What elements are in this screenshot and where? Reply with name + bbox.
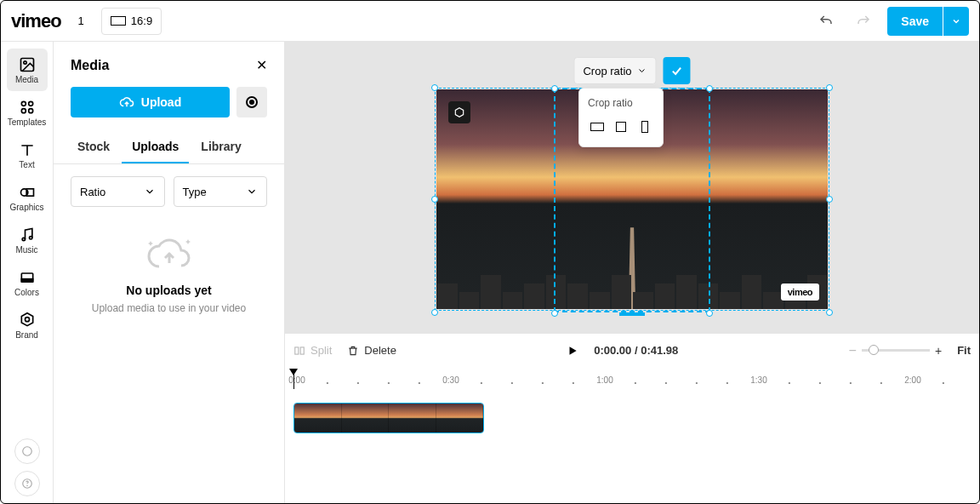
type-select[interactable]: Type xyxy=(174,176,268,207)
zoom-in-icon[interactable]: + xyxy=(935,344,942,358)
svg-rect-17 xyxy=(300,346,304,353)
zoom-thumb[interactable] xyxy=(869,345,879,355)
rail-text[interactable]: Text xyxy=(7,134,48,176)
resize-handle[interactable] xyxy=(431,309,438,316)
timeline-track[interactable] xyxy=(285,389,979,447)
rail-footer-button-1[interactable] xyxy=(14,438,40,464)
timeline-ruler[interactable]: 0:00 0:30 1:00 1:30 2:00 •••• •••• •••• … xyxy=(285,367,979,389)
top-bar-right: Save xyxy=(812,7,969,36)
rail-music-label: Music xyxy=(15,245,37,255)
rail-templates[interactable]: Templates xyxy=(7,91,48,134)
aspect-ratio-chip[interactable]: 16:9 xyxy=(101,8,162,35)
svg-point-15 xyxy=(26,485,27,486)
rail-media-label: Media xyxy=(15,75,38,84)
empty-title: No uploads yet xyxy=(126,284,211,297)
crop-option-landscape[interactable] xyxy=(588,116,607,138)
timecode: 0:00.00 / 0:41.98 xyxy=(594,344,678,357)
svg-point-2 xyxy=(21,101,26,106)
rail-music[interactable]: Music xyxy=(7,219,48,261)
tab-stock[interactable]: Stock xyxy=(67,131,120,163)
rail-brand-label: Brand xyxy=(15,330,38,340)
trash-icon xyxy=(347,345,359,357)
square-icon xyxy=(616,122,626,132)
timeline-clip[interactable] xyxy=(293,403,484,433)
media-panel: Media ✕ Upload Stock Uploads Library Rat… xyxy=(54,42,285,503)
panel-title: Media xyxy=(71,58,109,73)
ruler-tick: 1:30 xyxy=(750,375,766,385)
main-area: Media Templates Text Graphics Music Colo… xyxy=(1,42,979,503)
portrait-icon xyxy=(641,121,648,133)
confirm-crop-button[interactable] xyxy=(664,57,691,84)
delete-label: Delete xyxy=(364,344,396,357)
crop-popover-title: Crop ratio xyxy=(588,97,654,109)
rail-templates-label: Templates xyxy=(8,117,47,127)
rail-brand[interactable]: Brand xyxy=(7,304,48,346)
resize-handle[interactable] xyxy=(826,196,833,203)
crop-handle[interactable] xyxy=(706,310,713,317)
vimeo-logo: vimeo xyxy=(11,10,61,32)
resize-handle[interactable] xyxy=(826,84,833,91)
rail-colors[interactable]: Colors xyxy=(7,261,48,304)
crop-handle[interactable] xyxy=(706,85,713,92)
resize-handle[interactable] xyxy=(431,84,438,91)
save-button[interactable]: Save xyxy=(887,7,943,36)
close-panel-button[interactable]: ✕ xyxy=(256,57,267,73)
ruler-tick: 0:00 xyxy=(288,375,305,385)
upload-row: Upload xyxy=(54,78,284,126)
resize-handle[interactable] xyxy=(431,196,438,203)
save-dropdown-button[interactable] xyxy=(943,7,969,36)
crop-handle[interactable] xyxy=(551,310,558,317)
ratio-select-label: Ratio xyxy=(80,186,105,198)
undo-button[interactable] xyxy=(812,8,840,35)
delete-button[interactable]: Delete xyxy=(347,344,396,357)
playhead[interactable] xyxy=(293,369,294,389)
play-icon xyxy=(567,345,578,357)
crop-ratio-popover: Crop ratio xyxy=(578,88,664,147)
fit-button[interactable]: Fit xyxy=(957,344,971,357)
landscape-icon xyxy=(590,123,604,131)
filter-selects: Ratio Type xyxy=(54,164,284,219)
timeline-toolbar: Split Delete 0:00.00 / 0:41.98 − + xyxy=(285,333,979,367)
split-label: Split xyxy=(311,344,332,357)
svg-point-13 xyxy=(22,447,31,456)
zoom-track[interactable] xyxy=(862,349,930,352)
upload-button[interactable]: Upload xyxy=(71,87,230,117)
crop-toolbar: Crop ratio xyxy=(573,57,690,84)
rail-graphics-label: Graphics xyxy=(9,203,43,212)
panel-header: Media ✕ xyxy=(54,42,284,78)
check-icon xyxy=(670,64,684,77)
tab-library[interactable]: Library xyxy=(191,131,251,163)
resize-handle[interactable] xyxy=(826,309,833,316)
rail-colors-label: Colors xyxy=(14,288,39,297)
rail-text-label: Text xyxy=(19,160,34,169)
crop-option-portrait[interactable] xyxy=(635,116,654,138)
crop-bottom-handle[interactable] xyxy=(619,312,645,316)
rail-footer-button-2[interactable] xyxy=(14,471,40,496)
split-icon xyxy=(293,345,305,357)
ratio-select[interactable]: Ratio xyxy=(71,176,165,207)
rail-media[interactable]: Media xyxy=(7,49,48,91)
crop-ratio-dropdown[interactable]: Crop ratio xyxy=(573,57,656,84)
crop-handle[interactable] xyxy=(551,85,558,92)
crop-option-square[interactable] xyxy=(612,116,630,138)
crop-ratio-options xyxy=(588,116,654,138)
timeline: 0:00 0:30 1:00 1:30 2:00 •••• •••• •••• … xyxy=(285,367,979,503)
play-button[interactable] xyxy=(567,345,578,357)
ruler-tick: 1:00 xyxy=(596,375,612,385)
split-button[interactable]: Split xyxy=(293,344,332,357)
ruler-tick: 2:00 xyxy=(904,375,920,385)
rail-graphics[interactable]: Graphics xyxy=(7,176,48,219)
tab-uploads[interactable]: Uploads xyxy=(122,131,189,163)
preview-stage: Crop ratio Crop ratio xyxy=(285,42,979,333)
save-button-group: Save xyxy=(887,7,969,36)
empty-subtitle: Upload media to use in your video xyxy=(92,302,246,314)
svg-point-3 xyxy=(28,101,32,106)
page-number: 1 xyxy=(73,14,89,27)
svg-point-1 xyxy=(23,60,26,63)
zoom-out-icon[interactable]: − xyxy=(849,343,857,358)
svg-rect-16 xyxy=(295,346,299,353)
redo-button[interactable] xyxy=(850,8,877,35)
cloud-upload-icon xyxy=(119,94,134,110)
record-button[interactable] xyxy=(236,87,267,117)
zoom-slider[interactable]: − + xyxy=(849,343,943,358)
